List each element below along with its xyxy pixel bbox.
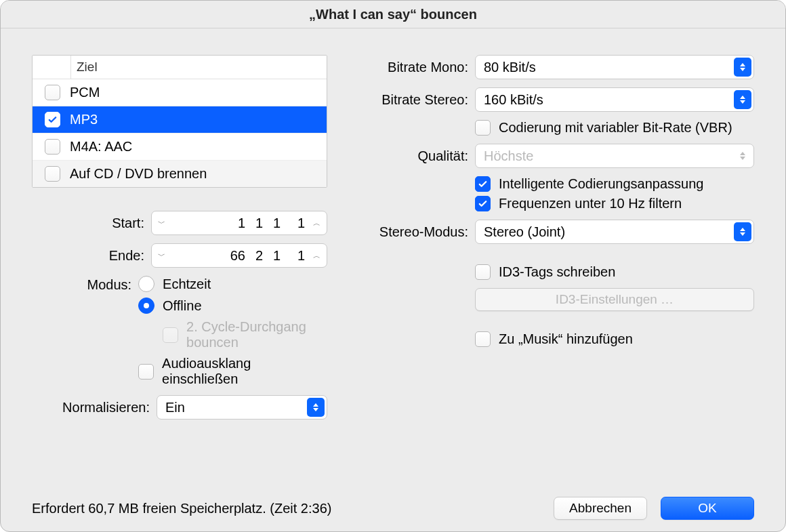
smart-encode-row: Intelligente Codierungsanpassung <box>354 176 754 192</box>
vbr-option[interactable]: Codierung mit variabler Bit-Rate (VBR) <box>475 120 732 136</box>
bitrate-mono-row: Bitrate Mono: 80 kBit/s <box>354 55 754 79</box>
end-beat[interactable]: 2 <box>251 248 263 264</box>
select-stepper-icon <box>734 58 751 77</box>
stereo-mode-value: Stereo (Joint) <box>484 224 565 240</box>
destination-row-m4a[interactable]: M4A: AAC <box>33 134 327 161</box>
bitrate-stereo-row: Bitrate Stereo: 160 kBit/s <box>354 87 754 112</box>
destination-check-mp3[interactable] <box>45 112 60 127</box>
chevron-down-icon[interactable]: ﹀ <box>156 251 168 261</box>
select-stepper-icon <box>307 398 325 417</box>
end-values: 66 2 1 1 <box>168 248 310 264</box>
mode-radio-group: Echtzeit Offline 2. Cycle-Durchgang boun… <box>138 276 327 387</box>
id3-settings-row: ID3-Einstellungen … <box>354 288 754 311</box>
vbr-label: Codierung mit variabler Bit-Rate (VBR) <box>499 120 732 136</box>
bitrate-mono-label: Bitrate Mono: <box>354 60 475 75</box>
checkbox-icon[interactable] <box>475 196 491 211</box>
end-div[interactable]: 1 <box>268 248 281 264</box>
id3-write-row: ID3-Tags schreiben <box>354 264 754 280</box>
end-bar[interactable]: 66 <box>224 248 245 264</box>
mode-offline-option[interactable]: Offline <box>138 298 327 314</box>
destination-table: Ziel PCM MP3 M4A: AAC Auf CD / DVD brenn… <box>32 55 327 188</box>
chevron-up-icon[interactable]: ︿ <box>310 251 323 261</box>
id3-settings-label: ID3-Einstellungen … <box>556 292 674 307</box>
filter-10hz-row: Frequenzen unter 10 Hz filtern <box>354 196 754 211</box>
smart-encode-label: Intelligente Codierungsanpassung <box>499 176 703 192</box>
checkbox-icon[interactable] <box>475 176 491 192</box>
stereo-mode-select[interactable]: Stereo (Joint) <box>475 220 754 244</box>
filter-10hz-label: Frequenzen unter 10 Hz filtern <box>499 196 682 211</box>
end-row: Ende: ﹀ 66 2 1 1 ︿ <box>32 243 327 268</box>
second-cycle-option: 2. Cycle-Durchgang bouncen <box>163 319 327 350</box>
quality-label: Qualität: <box>354 148 475 164</box>
end-time-field[interactable]: ﹀ 66 2 1 1 ︿ <box>151 243 327 268</box>
filter-10hz-option[interactable]: Frequenzen unter 10 Hz filtern <box>475 196 682 211</box>
add-to-music-label: Zu „Musik“ hinzufügen <box>499 331 633 347</box>
destination-check-cd[interactable] <box>45 166 60 182</box>
select-stepper-icon <box>734 146 751 165</box>
destination-row-pcm[interactable]: PCM <box>33 79 327 106</box>
quality-row: Qualität: Höchste <box>354 144 754 168</box>
bitrate-stereo-select[interactable]: 160 kBit/s <box>475 87 754 112</box>
mode-realtime-option[interactable]: Echtzeit <box>138 276 327 292</box>
quality-value: Höchste <box>484 148 533 164</box>
select-stepper-icon <box>734 222 751 241</box>
destination-label: Auf CD / DVD brennen <box>70 166 207 182</box>
start-beat[interactable]: 1 <box>251 216 263 231</box>
ok-button[interactable]: OK <box>661 497 754 520</box>
normalize-value: Ein <box>165 400 185 415</box>
destination-row-cd[interactable]: Auf CD / DVD brennen <box>33 161 327 187</box>
dialog-footer: Erfordert 60,7 MB freien Speicherplatz. … <box>1 485 785 531</box>
normalize-select[interactable]: Ein <box>157 395 327 420</box>
right-column: Bitrate Mono: 80 kBit/s Bitrate Stereo: … <box>354 55 754 485</box>
stereo-mode-label: Stereo-Modus: <box>354 224 475 240</box>
second-cycle-label: 2. Cycle-Durchgang bouncen <box>186 319 327 350</box>
vbr-row: Codierung mit variabler Bit-Rate (VBR) <box>354 120 754 136</box>
start-time-field[interactable]: ﹀ 1 1 1 1 ︿ <box>151 211 327 235</box>
chevron-up-icon[interactable]: ︿ <box>310 218 323 228</box>
start-label: Start: <box>32 216 151 231</box>
checkbox-icon <box>163 327 178 343</box>
left-column: Ziel PCM MP3 M4A: AAC Auf CD / DVD brenn… <box>32 55 327 485</box>
id3-settings-button: ID3-Einstellungen … <box>475 288 754 311</box>
start-bar[interactable]: 1 <box>233 216 245 231</box>
end-tick[interactable]: 1 <box>293 248 305 264</box>
quality-select: Höchste <box>475 144 754 168</box>
destination-header: Ziel <box>33 56 327 79</box>
start-values: 1 1 1 1 <box>168 216 310 231</box>
mode-offline-label: Offline <box>163 298 201 314</box>
include-tail-label: Audioausklang einschließen <box>162 356 327 387</box>
radio-icon[interactable] <box>138 276 154 292</box>
cancel-label: Abbrechen <box>569 501 632 516</box>
add-to-music-row: Zu „Musik“ hinzufügen <box>354 331 754 347</box>
checkbox-icon[interactable] <box>475 120 491 136</box>
bounce-dialog: „What I can say“ bouncen Ziel PCM MP3 <box>0 0 786 532</box>
destination-check-m4a[interactable] <box>45 139 60 155</box>
chevron-down-icon[interactable]: ﹀ <box>156 218 168 228</box>
checkbox-icon[interactable] <box>138 364 154 380</box>
radio-icon[interactable] <box>138 298 154 314</box>
id3-write-option[interactable]: ID3-Tags schreiben <box>475 264 615 280</box>
start-tick[interactable]: 1 <box>293 216 305 231</box>
bitrate-mono-select[interactable]: 80 kBit/s <box>475 55 754 79</box>
destination-label: M4A: AAC <box>70 139 132 155</box>
dialog-body: Ziel PCM MP3 M4A: AAC Auf CD / DVD brenn… <box>1 28 785 485</box>
stereo-mode-row: Stereo-Modus: Stereo (Joint) <box>354 220 754 244</box>
ok-label: OK <box>698 501 716 516</box>
start-div[interactable]: 1 <box>268 216 281 231</box>
add-to-music-option[interactable]: Zu „Musik“ hinzufügen <box>475 331 633 347</box>
destination-check-pcm[interactable] <box>45 85 60 100</box>
checkbox-icon[interactable] <box>475 331 491 347</box>
include-tail-option[interactable]: Audioausklang einschließen <box>138 356 327 387</box>
destination-label: MP3 <box>70 112 98 127</box>
destination-row-mp3[interactable]: MP3 <box>33 106 327 134</box>
mode-label: Modus: <box>32 276 138 293</box>
destination-header-spacer <box>33 56 71 79</box>
id3-write-label: ID3-Tags schreiben <box>499 264 615 280</box>
normalize-row: Normalisieren: Ein <box>32 395 327 420</box>
normalize-label: Normalisieren: <box>32 400 157 415</box>
mode-realtime-label: Echtzeit <box>163 277 211 292</box>
checkbox-icon[interactable] <box>475 264 491 280</box>
bitrate-mono-value: 80 kBit/s <box>484 60 536 75</box>
cancel-button[interactable]: Abbrechen <box>554 497 647 520</box>
smart-encode-option[interactable]: Intelligente Codierungsanpassung <box>475 176 703 192</box>
